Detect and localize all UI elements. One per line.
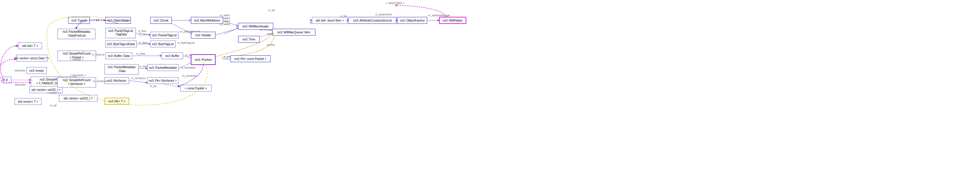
svg-rect-25 [18,43,42,49]
svg-rect-63 [150,32,178,38]
svg-rect-123 [231,56,270,62]
svg-marker-82 [160,54,162,57]
svg-rect-29 [27,67,46,74]
svg-text:ns3::PacketTagList: ns3::PacketTagList [152,33,177,37]
svg-line-12 [224,28,238,34]
svg-text:m_next: m_next [138,33,148,36]
svg-marker-152 [396,19,398,22]
svg-text:ns3::Ptr< T >: ns3::Ptr< T > [108,100,125,103]
svg-text:::Data: ::Data [118,69,126,73]
svg-text:ns3::PacketMetadata: ns3::PacketMetadata [149,66,177,69]
svg-text:ns3::PacketTagList: ns3::PacketTagList [108,29,133,32]
svg-text:elements: elements [15,44,25,47]
svg-text:ns3::TypeId: ns3::TypeId [72,19,87,22]
svg-text:ns3::Buffer: ns3::Buffer [165,54,180,57]
svg-rect-34 [3,77,11,83]
svg-text:m_freeList: m_freeList [92,53,105,56]
svg-text:m_nixVector: m_nixVector [131,77,146,80]
svg-rect-79 [162,53,183,59]
svg-rect-48 [68,17,90,24]
svg-text:ns3::SimpleRefCount: ns3::SimpleRefCount [63,78,91,82]
svg-marker-160 [29,81,31,84]
svg-text:m_data: m_data [138,41,148,44]
svg-text:ns3::SimpleRefCount: ns3::SimpleRefCount [63,52,91,55]
svg-marker-4 [259,28,262,31]
svg-marker-1 [395,4,397,6]
svg-rect-68 [106,41,137,47]
svg-text:ns3::WifiHelper: ns3::WifiHelper [443,19,463,22]
svg-text:m_buffer: m_buffer [185,54,196,57]
svg-text:< uint32_t >: < uint32_t > [47,91,61,94]
svg-marker-37 [29,79,31,81]
svg-marker-147 [347,19,348,22]
svg-text:std::vector< uint32_t >: std::vector< uint32_t > [32,88,61,91]
svg-marker-163 [310,19,312,22]
svg-text:ns3::Ptr< NixVector >: ns3::Ptr< NixVector > [149,79,177,82]
svg-text:ns3::ByteTagListData: ns3::ByteTagListData [107,43,135,46]
svg-line-66 [136,33,150,35]
svg-rect-94 [105,64,138,74]
svg-text:m_addr1: m_addr1 [220,14,230,17]
svg-marker-54 [104,19,106,22]
svg-rect-119 [272,29,315,35]
svg-text:elements: elements [310,21,321,24]
svg-rect-109 [191,32,215,38]
svg-rect-86 [57,51,96,61]
svg-marker-85 [191,57,193,60]
svg-rect-141 [312,17,347,24]
svg-marker-165 [177,85,180,87]
svg-text:ns3::Buffer::Data: ns3::Buffer::Data [108,54,130,57]
svg-rect-107 [191,17,223,24]
svg-rect-56 [150,17,172,24]
svg-text:m_addr4: m_addr4 [220,23,230,25]
svg-rect-91 [57,29,95,39]
svg-rect-154 [439,17,466,24]
svg-rect-71 [150,41,175,47]
svg-text:m_packetTagList: m_packetTagList [180,30,200,33]
svg-text:ns3::Packet: ns3::Packet [195,58,212,61]
svg-text:elements: elements [15,69,25,72]
svg-text:ns3::ByteTagList: ns3::ByteTagList [152,43,174,46]
svg-text:m_addr2: m_addr2 [220,17,230,20]
svg-marker-75 [149,43,150,45]
svg-line-16 [252,33,276,39]
svg-marker-164 [271,32,274,34]
svg-rect-58 [106,28,136,38]
svg-text:::TagData: ::TagData [115,33,127,36]
svg-text:ns3::Header: ns3::Header [195,33,212,37]
svg-text:hdr: hdr [267,24,271,27]
svg-rect-127 [57,77,96,88]
svg-rect-121 [238,36,259,43]
svg-text:< const Packet >: < const Packet > [185,87,207,90]
svg-line-111 [172,24,192,34]
svg-text:ns3::PacketMetadata: ns3::PacketMetadata [108,65,135,69]
svg-text:ns3::PacketMetadata: ns3::PacketMetadata [62,30,90,33]
svg-line-132 [129,81,148,83]
svg-text:std::list< T >: std::list< T > [22,44,38,48]
svg-marker-17 [274,33,277,35]
svg-text:m_data: m_data [136,52,145,55]
svg-text:m_data: m_data [139,65,148,68]
svg-marker-19 [231,58,233,60]
svg-marker-104 [191,61,193,63]
svg-rect-117 [238,23,273,30]
svg-text:next: next [125,19,130,22]
svg-text:m_parameters: m_parameters [375,13,393,16]
svg-rect-105 [191,54,215,65]
svg-rect-40 [59,95,97,102]
svg-text:m_stationManager: m_stationManager [428,14,450,17]
svg-rect-43 [15,98,41,105]
svg-rect-98 [148,64,178,71]
svg-text:< struct Item >: < struct Item > [386,2,405,5]
svg-text:m_byteTagList: m_byteTagList [178,41,195,44]
diagram-container: < struct Item > m_tid hdr tstamp packet … [0,0,980,188]
svg-marker-114 [189,19,191,22]
svg-rect-38 [30,86,62,93]
svg-line-84 [183,56,193,59]
svg-text:m_ptr: m_ptr [50,104,57,107]
svg-line-13 [224,21,238,26]
svg-text:ns3::AttributeConstructionList: ns3::AttributeConstructionList [353,19,392,22]
svg-rect-134 [148,77,178,84]
svg-text:< Packet >: < Packet > [70,56,84,59]
svg-rect-138 [180,85,212,91]
